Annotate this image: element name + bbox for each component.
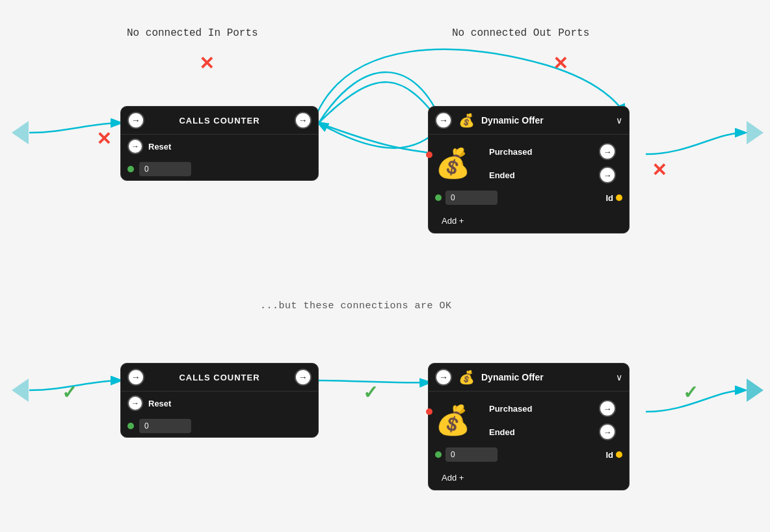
id-row-top: Id — [429, 187, 629, 209]
ended-row-bottom: Ended → — [483, 420, 622, 444]
id-input-group-bottom — [435, 447, 498, 462]
purchased-out-port-bottom[interactable]: → — [599, 400, 616, 417]
reset-in-port-top[interactable]: → — [127, 139, 143, 154]
add-button-top[interactable]: Add + — [435, 213, 470, 229]
value-row-bottom — [121, 415, 318, 437]
dynamic-offer-in-port-top[interactable]: → — [435, 112, 452, 129]
purchased-row-bottom: Purchased → — [483, 397, 622, 420]
add-row-top: Add + — [429, 209, 629, 233]
ended-out-port-top[interactable]: → — [599, 166, 616, 183]
out-arrow-icon-bottom: → — [299, 372, 308, 382]
add-button-bottom[interactable]: Add + — [435, 470, 470, 486]
purchased-arrow-bottom: → — [604, 404, 612, 414]
dynamic-offer-title-bottom: Dynamic Offer — [481, 372, 612, 382]
id-dot-top — [435, 194, 442, 201]
value-row-top — [121, 158, 318, 180]
id-dot-bottom — [435, 451, 442, 458]
in-arrow-icon-top: → — [131, 115, 141, 126]
nav-arrow-left-top[interactable] — [12, 121, 29, 144]
id-right-top: Id — [605, 193, 622, 203]
calls-counter-title-bottom: CALLS COUNTER — [144, 373, 295, 382]
calls-counter-input-top[interactable] — [139, 162, 191, 176]
calls-counter-out-port-top[interactable]: → — [295, 112, 312, 129]
calls-counter-node-top: → CALLS COUNTER → → Reset — [120, 106, 319, 181]
dollar-emoji-small-bottom: 💰 — [458, 369, 475, 385]
do-red-dot-bottom — [426, 408, 432, 415]
money-bag-emoji-top: 💰 — [435, 147, 471, 179]
check-right-bottom: ✓ — [683, 384, 698, 402]
do-body-top: 💰 Purchased → Ended → — [429, 135, 629, 187]
do-in-arrow-icon-bottom: → — [439, 372, 448, 382]
purchased-row-top: Purchased → — [483, 140, 622, 163]
nav-arrow-right-top[interactable] — [747, 121, 763, 144]
purchased-label-top: Purchased — [489, 147, 532, 157]
id-label-top: Id — [605, 193, 613, 203]
nav-arrow-right-bottom[interactable] — [747, 379, 763, 402]
dynamic-offer-in-port-bottom[interactable]: → — [435, 369, 452, 386]
calls-counter-out-port-bottom[interactable]: → — [295, 369, 312, 386]
reset-row-top: → Reset — [121, 135, 318, 158]
reset-label-top: Reset — [148, 142, 171, 152]
id-label-bottom: Id — [605, 450, 613, 460]
chevron-down-icon-top[interactable]: ∨ — [616, 115, 622, 126]
no-in-ports-label: No connected In Ports — [127, 27, 258, 39]
check-mid-bottom: ✓ — [363, 384, 378, 402]
error-x-top-left: ✕ — [199, 55, 214, 73]
do-input-bottom[interactable] — [445, 447, 498, 462]
id-right-bottom: Id — [605, 450, 622, 460]
reset-label-bottom: Reset — [148, 399, 171, 408]
calls-counter-in-port-top[interactable]: → — [127, 112, 144, 129]
calls-counter-header-top: → CALLS COUNTER → — [121, 107, 318, 135]
nav-arrow-left-bottom[interactable] — [12, 379, 29, 402]
do-right-col-bottom: Purchased → Ended → — [483, 397, 622, 444]
calls-counter-node-bottom: → CALLS COUNTER → → Reset — [120, 363, 319, 438]
value-dot-bottom — [127, 423, 134, 429]
error-x-right-port: ✕ — [652, 161, 667, 180]
out-arrow-icon-top: → — [299, 115, 308, 126]
ended-arrow-top: → — [604, 170, 612, 180]
do-right-col-top: Purchased → Ended → — [483, 140, 622, 187]
calls-counter-title-top: CALLS COUNTER — [144, 116, 295, 126]
id-yellow-dot-bottom — [616, 451, 622, 458]
calls-counter-in-port-bottom[interactable]: → — [127, 369, 144, 386]
dynamic-offer-title-top: Dynamic Offer — [481, 115, 612, 126]
reset-in-port-bottom[interactable]: → — [127, 395, 143, 411]
do-in-arrow-icon-top: → — [439, 115, 448, 126]
money-bag-emoji-bottom: 💰 — [435, 404, 471, 436]
in-arrow-icon-bottom: → — [131, 372, 141, 382]
ended-label-top: Ended — [489, 170, 515, 180]
purchased-out-port-top[interactable]: → — [599, 143, 616, 160]
error-x-top-right: ✕ — [553, 55, 568, 73]
do-input-top[interactable] — [445, 191, 498, 205]
error-x-left-nav: ✕ — [96, 130, 111, 148]
dynamic-offer-node-bottom: → 💰 Dynamic Offer ∨ 💰 Purchased → Ended — [428, 363, 630, 490]
add-row-bottom: Add + — [429, 466, 629, 490]
do-body-bottom: 💰 Purchased → Ended → — [429, 392, 629, 444]
value-dot-top — [127, 166, 134, 172]
ended-out-port-bottom[interactable]: → — [599, 423, 616, 440]
id-row-bottom: Id — [429, 444, 629, 466]
check-left-bottom: ✓ — [62, 384, 77, 402]
ended-label-bottom: Ended — [489, 427, 515, 437]
id-input-group-top — [435, 191, 498, 205]
dynamic-offer-header-top: → 💰 Dynamic Offer ∨ — [429, 107, 629, 135]
mid-section-label: ...but these connections are OK — [260, 300, 452, 312]
dynamic-offer-node-top: → 💰 Dynamic Offer ∨ 💰 Purchased → Ended — [428, 106, 630, 233]
dynamic-offer-header-bottom: → 💰 Dynamic Offer ∨ — [429, 364, 629, 392]
reset-arrow-icon-top: → — [131, 142, 139, 151]
do-red-dot-top — [426, 152, 432, 158]
chevron-down-icon-bottom[interactable]: ∨ — [616, 372, 622, 382]
ended-arrow-bottom: → — [604, 427, 612, 437]
reset-row-bottom: → Reset — [121, 392, 318, 415]
reset-arrow-icon-bottom: → — [131, 399, 139, 408]
calls-counter-header-bottom: → CALLS COUNTER → — [121, 364, 318, 392]
purchased-label-bottom: Purchased — [489, 404, 532, 414]
ended-row-top: Ended → — [483, 163, 622, 187]
purchased-arrow-top: → — [604, 147, 612, 157]
dollar-emoji-small-top: 💰 — [458, 113, 475, 128]
calls-counter-input-bottom[interactable] — [139, 419, 191, 433]
no-out-ports-label: No connected Out Ports — [452, 27, 589, 39]
id-yellow-dot-top — [616, 194, 622, 201]
